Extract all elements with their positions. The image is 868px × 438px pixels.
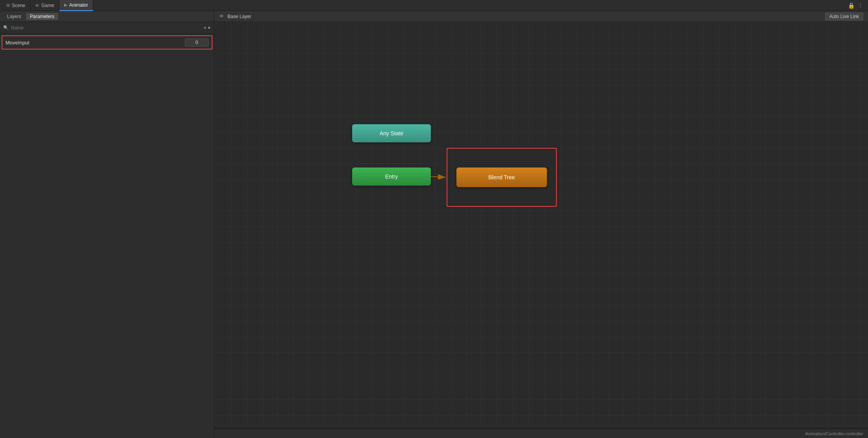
animator-icon: ▶: [64, 2, 67, 7]
params-header: 🔍 + ▼: [0, 22, 214, 34]
search-icon: 🔍: [3, 25, 9, 30]
left-panel-bottom: [0, 51, 214, 438]
left-panel: Layers Parameters 🔍 + ▼ MoveInput: [0, 11, 214, 438]
subtab-parameters[interactable]: Parameters: [26, 13, 58, 20]
tab-bar: ⊞ Scene 👁 Game ▶ Animator 🔒 ⋮: [0, 0, 868, 11]
grid-background: [214, 22, 868, 429]
params-search-input[interactable]: [11, 25, 201, 31]
game-icon: 👁: [35, 3, 39, 8]
more-icon[interactable]: ⋮: [858, 2, 863, 9]
status-path: Animation/Controller.controller: [805, 431, 863, 436]
canvas-header: 👁 Base Layer Auto Live Link: [214, 11, 868, 22]
status-bar: Animation/Controller.controller: [214, 429, 868, 438]
eye-icon: 👁: [219, 13, 224, 19]
dropdown-arrow-icon: ▼: [207, 26, 211, 30]
main-layout: Layers Parameters 🔍 + ▼ MoveInput 👁: [0, 11, 868, 438]
blend-tree-container[interactable]: Blend Tree: [447, 148, 557, 207]
param-value-input[interactable]: [185, 39, 209, 46]
canvas-area[interactable]: Any State Entry Blend Tree: [214, 22, 868, 429]
window-controls: 🔒 ⋮: [848, 2, 866, 9]
tab-game[interactable]: 👁 Game: [30, 0, 59, 11]
sub-tab-bar: Layers Parameters: [0, 11, 214, 22]
tab-animator[interactable]: ▶ Animator: [59, 0, 93, 11]
parameter-row-moveinput[interactable]: MoveInput: [2, 35, 212, 50]
canvas-title: Base Layer: [227, 14, 251, 19]
tab-scene[interactable]: ⊞ Scene: [2, 0, 30, 11]
right-panel: 👁 Base Layer Auto Live Link An: [214, 11, 868, 438]
lock-icon[interactable]: 🔒: [848, 2, 855, 9]
any-state-node[interactable]: Any State: [352, 124, 431, 142]
blend-tree-node[interactable]: Blend Tree: [456, 167, 547, 187]
auto-live-link-button[interactable]: Auto Live Link: [825, 13, 863, 20]
add-param-button[interactable]: + ▼: [203, 25, 211, 31]
scene-icon: ⊞: [6, 3, 10, 8]
entry-node[interactable]: Entry: [352, 167, 431, 186]
subtab-layers[interactable]: Layers: [3, 13, 25, 20]
param-name: MoveInput: [6, 40, 185, 46]
